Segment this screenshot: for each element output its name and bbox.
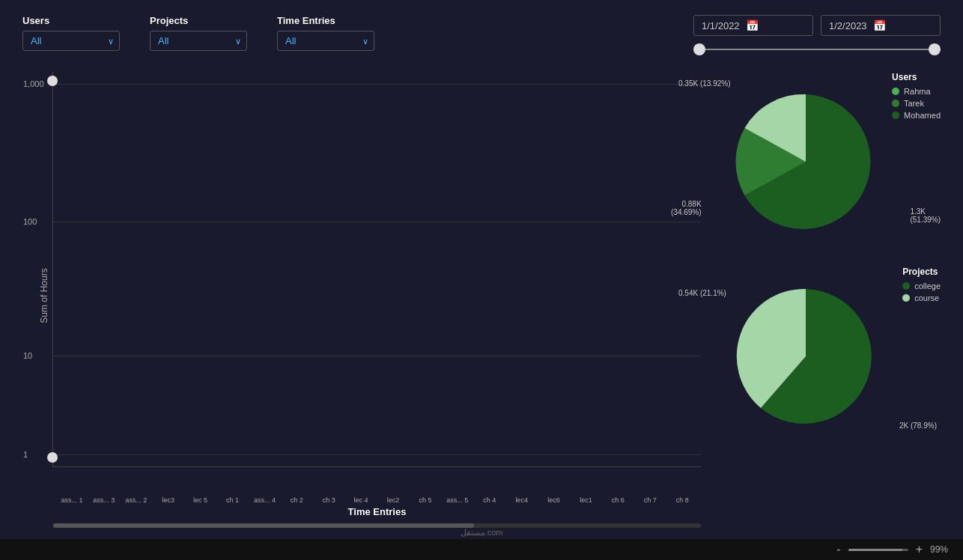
zoom-slider[interactable] [848,549,908,551]
time-entries-select-wrapper: All [277,31,374,51]
x-axis-label: lec3 [154,496,183,504]
right-panel: Users Rahma Tarek Mohamed [716,64,956,527]
projects-pie-section: Projects college course [731,267,941,439]
y-slider-bottom[interactable] [47,452,58,463]
users-pie-wrapper: 0.35K (13.92%) 0.88K(34.69%) 1.3K(51.39%… [731,87,881,239]
users-pie-svg [731,87,881,237]
chart-inner: 1,000 100 10 1 [52,72,701,467]
scrollbar-thumb [53,523,474,528]
x-axis-label: ass... 4 [249,496,279,504]
x-axis-label: lec6 [539,496,569,504]
users-select[interactable]: All Rahma Tarek Mohamed [22,31,120,51]
calendar-icon-end: 📅 [873,19,886,31]
legend-item-rahma: Rahma [892,87,941,96]
legend-dot-college [902,282,910,290]
pie-label-college: 2K (78.9%) [899,421,937,430]
time-entries-filter: Time Entries All [277,15,374,51]
x-axis-labels: ass... 1ass... 3ass... 2lec3lec 5ch 1ass… [53,496,701,504]
legend-item-college: college [902,281,941,290]
x-axis-label: ch 7 [635,496,665,504]
x-axis-label: ass... 1 [57,496,87,504]
projects-select-wrapper: All college course [150,31,247,51]
projects-select[interactable]: All college course [150,31,247,51]
legend-dot-tarek [892,100,899,107]
projects-pie-wrapper: 0.54K (21.1%) 2K (78.9%) [731,281,881,433]
legend-label-course: course [914,293,939,302]
top-bar: Users All Rahma Tarek Mohamed Projects A… [0,0,963,64]
legend-dot-rahma [892,88,899,95]
slider-thumb-right[interactable] [929,43,941,55]
users-filter: Users All Rahma Tarek Mohamed [22,15,120,51]
projects-legend-title: Projects [902,267,941,277]
bottom-bar: - + 99% [0,539,963,560]
users-pie-section: Users Rahma Tarek Mohamed [731,72,941,244]
date-range-slider[interactable] [693,42,941,57]
time-entries-select[interactable]: All [277,31,374,51]
date-inputs: 1/1/2022 📅 1/2/2023 📅 [693,15,941,36]
zoom-slider-fill [848,549,902,551]
x-axis-label: ch 4 [475,496,505,504]
zoom-controls: - + 99% [833,543,948,556]
users-legend-title: Users [892,72,941,82]
legend-item-tarek: Tarek [892,99,941,108]
users-select-wrapper: All Rahma Tarek Mohamed [22,31,120,51]
zoom-minus-button[interactable]: - [833,543,843,556]
x-axis-label: ch 6 [603,496,633,504]
pie-label-rahma: 0.35K (13.92%) [678,79,731,88]
zoom-plus-button[interactable]: + [913,543,926,556]
scrollbar[interactable] [53,523,701,528]
projects-pie-svg [731,281,881,431]
x-axis-label: lec1 [571,496,601,504]
x-axis-label: ch 3 [314,496,344,504]
zoom-level: 99% [930,544,948,555]
legend-item-mohamed: Mohamed [892,111,941,120]
time-entries-filter-label: Time Entries [277,15,374,26]
pie-label-course: 0.54K (21.1%) [678,289,726,297]
users-filter-label: Users [22,15,120,26]
users-pie-legend: Users Rahma Tarek Mohamed [892,72,941,120]
start-date-input[interactable]: 1/1/2022 📅 [693,15,813,36]
x-axis-label: ass... 5 [443,496,473,504]
legend-label-college: college [914,281,941,290]
slider-track [693,49,941,50]
x-axis-label: ch 5 [410,496,440,504]
x-axis-title: Time Entries [348,506,407,517]
x-axis-label: ch 2 [282,496,312,504]
pie-label-tarek: 0.88K(34.69%) [671,200,702,216]
x-axis-label: lec 5 [186,496,216,504]
legend-dot-mohamed [892,112,899,119]
x-axis-label: ass... 3 [89,496,119,504]
legend-label-tarek: Tarek [904,99,924,108]
legend-dot-course [902,294,910,302]
main-content: Sum of Hours 1,000 100 10 1 [0,64,963,527]
projects-pie-legend: Projects college course [902,267,941,302]
x-axis-label: ch 1 [218,496,248,504]
legend-item-course: course [902,293,941,302]
slider-fill [701,49,933,50]
end-date-value: 1/2/2023 [829,20,867,31]
y-axis-label: Sum of Hours [39,268,49,323]
x-axis-label: lec4 [507,496,537,504]
watermark: مستقل.com [461,528,503,538]
bars-container [53,72,701,466]
pie-label-mohamed: 1.3K(51.39%) [910,207,941,224]
start-date-value: 1/1/2022 [702,20,740,31]
legend-label-rahma: Rahma [904,87,930,96]
x-axis-label: lec 4 [346,496,376,504]
x-axis-label: ass... 2 [121,496,151,504]
legend-label-mohamed: Mohamed [904,111,941,120]
projects-filter: Projects All college course [150,15,247,51]
x-axis-label: lec2 [378,496,408,504]
date-range-section: 1/1/2022 📅 1/2/2023 📅 [693,15,941,57]
end-date-input[interactable]: 1/2/2023 📅 [821,15,941,36]
x-axis-label: ch 8 [667,496,697,504]
projects-filter-label: Projects [150,15,247,26]
calendar-icon-start: 📅 [746,19,759,31]
chart-area: Sum of Hours 1,000 100 10 1 [7,64,716,527]
slider-thumb-left[interactable] [693,43,705,55]
